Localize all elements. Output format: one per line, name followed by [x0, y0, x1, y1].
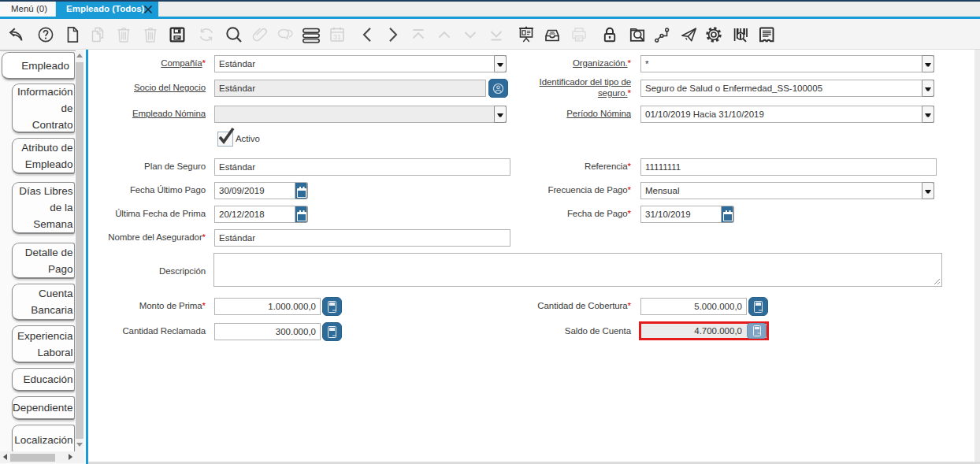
svg-text:31: 31 — [333, 33, 341, 41]
